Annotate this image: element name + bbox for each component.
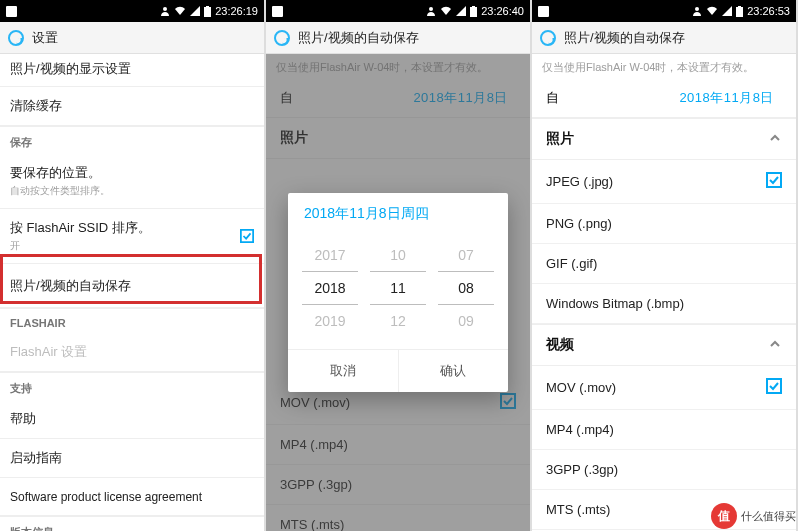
category-photo-header[interactable]: 照片 [532,118,796,160]
watermark-text: 什么值得买 [741,509,796,524]
from-date-row[interactable]: 自 2018年11月8日 [532,79,796,118]
status-bar: 23:26:19 [0,0,264,22]
flashair-settings-label: FlashAir 设置 [10,343,87,361]
svg-rect-2 [204,7,211,17]
help-row[interactable]: 帮助 [0,400,264,439]
month-prev[interactable]: 10 [370,239,426,271]
format-photo-checkbox[interactable] [766,172,782,191]
svg-rect-14 [767,173,781,187]
section-save: 保存 [0,126,264,154]
day-next[interactable]: 09 [438,305,494,337]
sort-ssid-checkbox[interactable] [240,229,254,243]
format-photo-label: PNG (.png) [546,216,612,231]
settings-list[interactable]: 照片/视频的显示设置 清除缓存 保存 要保存的位置。 自动按文件类型排序。 按 … [0,54,264,531]
chevron-up-icon [768,337,782,354]
save-location-label: 要保存的位置。 [10,164,110,182]
guide-row[interactable]: 启动指南 [0,439,264,478]
year-prev[interactable]: 2017 [302,239,358,271]
gallery-icon [538,6,549,17]
sort-ssid-label: 按 FlashAir SSID 排序。 [10,219,151,237]
day-selected[interactable]: 08 [438,271,494,305]
status-time: 23:26:53 [747,5,790,17]
day-prev[interactable]: 07 [438,239,494,271]
note-text: 仅当使用FlashAir W-04时，本设置才有效。 [532,54,796,79]
battery-icon [470,6,477,17]
save-location-row[interactable]: 要保存的位置。 自动按文件类型排序。 [0,154,264,209]
page-title: 设置 [32,29,58,47]
format-photo-label: JPEG (.jpg) [546,174,613,189]
year-next[interactable]: 2019 [302,305,358,337]
svg-rect-15 [767,379,781,393]
format-video-row[interactable]: 3GPP (.3gp) [532,450,796,490]
month-next[interactable]: 12 [370,305,426,337]
title-bar: 照片/视频的自动保存 [266,22,530,54]
format-video-label: MTS (.mts) [546,502,610,517]
date-picker-wheels[interactable]: 2017 2018 2019 10 11 12 07 08 09 [288,233,508,349]
from-label: 自 [546,89,559,107]
format-photo-row[interactable]: JPEG (.jpg) [532,160,796,204]
panel-formats: 23:26:53 照片/视频的自动保存 仅当使用FlashAir W-04时，本… [532,0,798,531]
chevron-up-icon [768,131,782,148]
app-logo-icon [274,30,290,46]
from-date-value: 2018年11月8日 [679,89,774,107]
cancel-button[interactable]: 取消 [288,350,399,392]
signal-icon [722,6,732,16]
dialog-actions: 取消 确认 [288,349,508,392]
page-title: 照片/视频的自动保存 [564,29,685,47]
auto-save-label: 照片/视频的自动保存 [10,277,131,295]
category-video-header[interactable]: 视频 [532,324,796,366]
section-version: 版本信息 [0,516,264,531]
svg-rect-4 [241,230,253,242]
svg-rect-13 [738,6,741,7]
gallery-icon [6,6,17,17]
license-row[interactable]: Software product license agreement [0,478,264,516]
display-settings-row[interactable]: 照片/视频的显示设置 [0,54,264,87]
panel-datepicker: 23:26:40 照片/视频的自动保存 仅当使用FlashAir W-04时，本… [266,0,532,531]
clear-cache-label: 清除缓存 [10,97,62,115]
photo-formats-list: JPEG (.jpg)PNG (.png)GIF (.gif)Windows B… [532,160,796,324]
svg-point-6 [429,7,433,11]
title-bar: 照片/视频的自动保存 [532,22,796,54]
person-icon [692,6,702,16]
day-wheel[interactable]: 07 08 09 [438,239,494,337]
ok-button[interactable]: 确认 [399,350,509,392]
date-picker-dialog: 2018年11月8日周四 2017 2018 2019 10 11 12 07 [288,193,508,392]
year-selected[interactable]: 2018 [302,271,358,305]
month-wheel[interactable]: 10 11 12 [370,239,426,337]
person-icon [160,6,170,16]
format-photo-label: GIF (.gif) [546,256,597,271]
format-video-row[interactable]: MP4 (.mp4) [532,410,796,450]
format-photo-label: Windows Bitmap (.bmp) [546,296,684,311]
auto-save-screen[interactable]: 仅当使用FlashAir W-04时，本设置才有效。 自 2018年11月8日 … [532,54,796,531]
flashair-settings-row[interactable]: FlashAir 设置 [0,333,264,372]
svg-point-1 [163,7,167,11]
format-video-row[interactable]: MOV (.mov) [532,366,796,410]
status-bar: 23:26:40 [266,0,530,22]
panel-settings: 23:26:19 设置 照片/视频的显示设置 清除缓存 保存 要保存的位置。 自… [0,0,266,531]
month-selected[interactable]: 11 [370,271,426,305]
signal-icon [190,6,200,16]
app-logo-icon [540,30,556,46]
auto-save-screen: 仅当使用FlashAir W-04时，本设置才有效。 自 2018年11月8日 … [266,54,530,531]
format-photo-row[interactable]: GIF (.gif) [532,244,796,284]
status-time: 23:26:19 [215,5,258,17]
svg-point-11 [695,7,699,11]
status-time: 23:26:40 [481,5,524,17]
auto-save-row[interactable]: 照片/视频的自动保存 [0,264,264,308]
category-video-label: 视频 [546,336,574,354]
page-title: 照片/视频的自动保存 [298,29,419,47]
save-location-sub: 自动按文件类型排序。 [10,184,110,198]
clear-cache-row[interactable]: 清除缓存 [0,87,264,126]
format-video-checkbox[interactable] [766,378,782,397]
category-photo-label: 照片 [546,130,574,148]
format-photo-row[interactable]: PNG (.png) [532,204,796,244]
wifi-icon [706,6,718,16]
gallery-icon [272,6,283,17]
sort-ssid-sub: 开 [10,239,151,253]
modal-overlay[interactable]: 2018年11月8日周四 2017 2018 2019 10 11 12 07 [266,54,530,531]
svg-rect-10 [538,6,549,17]
format-photo-row[interactable]: Windows Bitmap (.bmp) [532,284,796,324]
year-wheel[interactable]: 2017 2018 2019 [302,239,358,337]
title-bar: 设置 [0,22,264,54]
sort-ssid-row[interactable]: 按 FlashAir SSID 排序。 开 [0,209,264,264]
